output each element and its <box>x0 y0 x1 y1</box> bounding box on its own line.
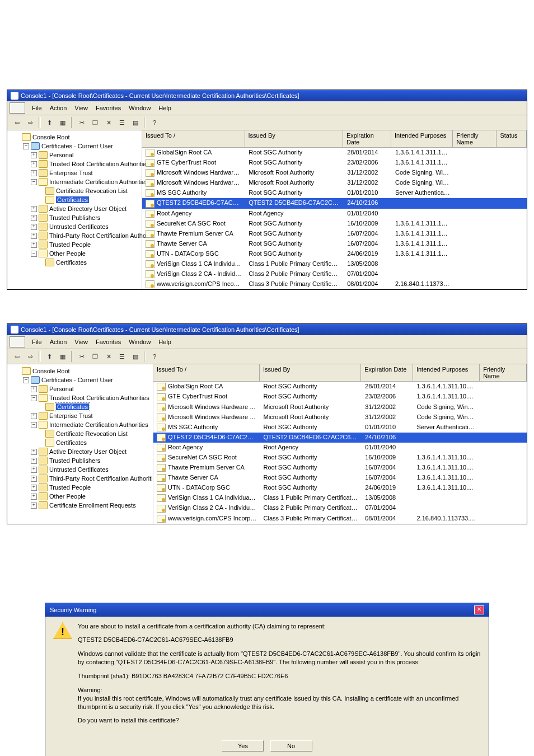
col-friendly[interactable]: Friendly Name <box>480 364 527 381</box>
table-row[interactable]: www.verisign.com/CPS Incorp.by ...Class … <box>142 279 527 289</box>
table-row[interactable]: Thawte Premium Server CARoot SGC Authori… <box>153 463 527 473</box>
tree-certs-user[interactable]: Certificates - Current User <box>41 143 113 149</box>
table-row[interactable]: GTE CyberTrust RootRoot SGC Authority23/… <box>153 392 527 402</box>
table-row[interactable]: GlobalSign Root CARoot SGC Authority28/0… <box>153 382 527 392</box>
help-button[interactable]: ? <box>148 350 161 363</box>
tree-ica-certificates[interactable]: Certificates <box>56 439 87 446</box>
table-row[interactable]: Thawte Server CARoot SGC Authority16/07/… <box>153 473 527 483</box>
tree-console-root[interactable]: Console Root <box>32 368 70 374</box>
tree-third-party[interactable]: Third-Party Root Certification Authoriti <box>49 475 153 482</box>
menu-action[interactable]: Action <box>46 337 71 346</box>
tree-cert-enrollment[interactable]: Certificate Enrollment Requests <box>49 502 136 509</box>
tree-pane[interactable]: Console Root –Certificates - Current Use… <box>7 364 153 523</box>
close-icon[interactable]: ✕ <box>474 605 484 614</box>
back-button[interactable]: ⇦ <box>11 350 23 363</box>
col-expiration[interactable]: Expiration Date <box>361 364 413 381</box>
tree-other-people[interactable]: Other People <box>49 493 86 500</box>
forward-button[interactable]: ⇨ <box>24 116 36 129</box>
table-row[interactable]: UTN - DATACorp SGCRoot SGC Authority24/0… <box>153 483 527 493</box>
table-row[interactable]: Microsoft Windows Hardware Com...Microso… <box>142 168 527 178</box>
tree-personal[interactable]: Personal <box>49 386 73 392</box>
tree-personal[interactable]: Personal <box>49 152 73 158</box>
table-row[interactable]: Root AgencyRoot Agency01/01/2040 <box>153 443 527 453</box>
table-row[interactable]: GTE CyberTrust RootRoot SGC Authority23/… <box>142 158 527 168</box>
table-row[interactable]: SecureNet CA SGC RootRoot SGC Authority1… <box>142 219 527 229</box>
tree-ad-user[interactable]: Active Directory User Object <box>49 205 127 212</box>
table-row[interactable]: VeriSign Class 1 CA Individual Sub...Cla… <box>153 493 527 503</box>
delete-button[interactable]: ✕ <box>102 350 115 363</box>
table-row[interactable]: VeriSign Class 2 CA - Individual Su...Cl… <box>142 269 527 279</box>
col-expiration[interactable]: Expiration Date <box>343 130 391 147</box>
menu-action[interactable]: Action <box>46 104 71 112</box>
back-button[interactable]: ⇦ <box>11 116 23 129</box>
tree-certs-user[interactable]: Certificates - Current User <box>41 377 113 383</box>
tree-untrusted[interactable]: Untrusted Certificates <box>49 223 109 230</box>
dialog-titlebar[interactable]: Security Warning ✕ <box>45 603 489 617</box>
menu-view[interactable]: View <box>71 104 91 112</box>
menu-file[interactable]: File <box>29 104 45 112</box>
col-status[interactable]: Status <box>496 130 527 147</box>
tree-other-certs[interactable]: Certificates <box>56 259 87 266</box>
tree-intermediate-ca[interactable]: Intermediate Certification Authorities <box>49 421 148 428</box>
table-row[interactable]: Microsoft Windows Hardware Com...Microso… <box>142 178 527 188</box>
tree-other-people[interactable]: Other People <box>49 250 86 257</box>
tree-trusted-people[interactable]: Trusted People <box>49 241 91 248</box>
show-hide-tree-button[interactable]: ▦ <box>57 116 69 129</box>
table-row[interactable]: Microsoft Windows Hardware Com...Microso… <box>153 412 527 422</box>
table-row[interactable]: GlobalSign Root CARoot SGC Authority28/0… <box>142 148 527 158</box>
export-list-button[interactable]: ▤ <box>129 116 142 129</box>
tree-ad-user[interactable]: Active Directory User Object <box>49 448 127 455</box>
forward-button[interactable]: ⇨ <box>24 350 36 363</box>
tree-crl[interactable]: Certificate Revocation List <box>56 430 128 437</box>
tree-untrusted[interactable]: Untrusted Certificates <box>49 466 109 473</box>
tree-intermediate-ca[interactable]: Intermediate Certification Authorities <box>49 179 148 185</box>
copy-button[interactable]: ❐ <box>89 116 101 129</box>
table-row[interactable]: Thawte Server CARoot SGC Authority16/07/… <box>142 239 527 249</box>
titlebar[interactable]: Console1 - [Console Root\Certificates - … <box>7 90 527 101</box>
col-issued-by[interactable]: Issued By <box>245 130 343 147</box>
tree-trc-certificates[interactable]: Certificates <box>56 403 89 410</box>
menu-file[interactable]: File <box>29 337 45 346</box>
copy-button[interactable]: ❐ <box>89 350 101 363</box>
table-row[interactable]: Thawte Premium Server CARoot SGC Authori… <box>142 229 527 239</box>
doc-icon[interactable] <box>10 336 25 348</box>
table-row[interactable]: MS SGC AuthorityRoot SGC Authority01/01/… <box>153 422 527 433</box>
menu-view[interactable]: View <box>71 337 91 346</box>
tree-trusted-root[interactable]: Trusted Root Certification Authorities <box>49 395 149 401</box>
tree-third-party[interactable]: Third-Party Root Certification Authoriti <box>49 232 153 239</box>
tree-console-root[interactable]: Console Root <box>32 134 70 140</box>
cut-button[interactable]: ✂ <box>76 116 88 129</box>
up-button[interactable]: ⬆ <box>43 350 55 363</box>
col-issued-to[interactable]: Issued To / <box>153 364 260 381</box>
table-row[interactable]: Microsoft Windows Hardware Com...Microso… <box>153 402 527 412</box>
properties-button[interactable]: ☰ <box>116 116 128 129</box>
menu-help[interactable]: Help <box>155 104 175 112</box>
menu-window[interactable]: Window <box>125 337 154 346</box>
table-row[interactable]: SecureNet CA SGC RootRoot SGC Authority1… <box>153 453 527 463</box>
cert-list[interactable]: Issued To / Issued By Expiration Date In… <box>142 130 527 289</box>
up-button[interactable]: ⬆ <box>43 116 55 129</box>
properties-button[interactable]: ☰ <box>116 350 128 363</box>
tree-trusted-people[interactable]: Trusted People <box>49 484 91 491</box>
col-issued-by[interactable]: Issued By <box>260 364 361 381</box>
show-hide-tree-button[interactable]: ▦ <box>57 350 69 363</box>
cert-list[interactable]: Issued To / Issued By Expiration Date In… <box>153 364 527 523</box>
export-list-button[interactable]: ▤ <box>129 350 142 363</box>
doc-icon[interactable] <box>10 102 25 114</box>
col-issued-to[interactable]: Issued To / <box>142 130 245 147</box>
tree-trusted-pub[interactable]: Trusted Publishers <box>49 457 100 464</box>
table-row[interactable]: Root AgencyRoot Agency01/01/2040 <box>142 209 527 219</box>
menu-favorites[interactable]: Favorites <box>92 337 124 346</box>
tree-crl[interactable]: Certificate Revocation List <box>56 187 128 194</box>
tree-certificates-selected[interactable]: Certificates <box>56 196 89 203</box>
col-friendly[interactable]: Friendly Name <box>453 130 496 147</box>
table-row[interactable]: VeriSign Class 1 CA Individual Sub...Cla… <box>142 259 527 269</box>
no-button[interactable]: No <box>270 740 312 752</box>
tree-trusted-pub[interactable]: Trusted Publishers <box>49 214 100 221</box>
titlebar[interactable]: Console1 - [Console Root\Certificates - … <box>7 324 527 335</box>
menu-favorites[interactable]: Favorites <box>92 104 124 112</box>
menu-help[interactable]: Help <box>155 337 175 346</box>
tree-pane[interactable]: Console Root –Certificates - Current Use… <box>7 130 142 289</box>
menu-window[interactable]: Window <box>125 104 154 112</box>
table-row[interactable]: VeriSign Class 2 CA - Individual Su...Cl… <box>153 503 527 513</box>
